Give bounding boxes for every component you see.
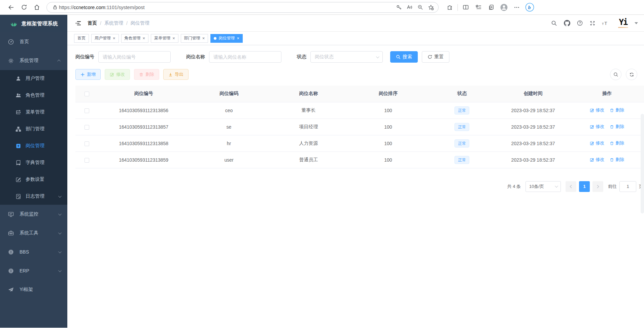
sidebar-item-yi-framework[interactable]: Yi框架 bbox=[0, 280, 67, 299]
status-badge: 正常 bbox=[454, 156, 469, 164]
export-button[interactable]: 导出 bbox=[163, 69, 189, 80]
gear-icon bbox=[7, 57, 15, 65]
password-key-icon[interactable] bbox=[393, 2, 404, 13]
search-icon[interactable] bbox=[549, 18, 559, 28]
sidebar-item-menu-management[interactable]: 菜单管理 bbox=[0, 104, 67, 121]
svg-text:b: b bbox=[528, 4, 531, 10]
tab-department-management[interactable]: 部门管理× bbox=[181, 34, 208, 43]
breadcrumb-system[interactable]: 系统管理 bbox=[104, 20, 123, 26]
row-edit-button[interactable]: 修改 bbox=[590, 157, 604, 163]
close-icon[interactable]: × bbox=[113, 36, 115, 40]
tab-role-management[interactable]: 角色管理× bbox=[121, 34, 149, 43]
url-text[interactable]: https://ccnetcore.com:1101/system/post bbox=[59, 5, 393, 10]
row-delete-button[interactable]: 删除 bbox=[610, 124, 624, 130]
sidebar: 意框架管理系统 首页 系统管理 用户管理 角色管理 bbox=[0, 15, 67, 328]
browser-settings-menu-icon[interactable] bbox=[510, 2, 523, 13]
menu-tree-icon bbox=[15, 109, 22, 116]
split-screen-icon[interactable] bbox=[459, 2, 472, 13]
row-checkbox[interactable] bbox=[84, 108, 89, 113]
browser-home-button[interactable] bbox=[30, 2, 43, 13]
top-navbar: 首页 / 系统管理 / 岗位管理 TT bbox=[67, 15, 644, 32]
collections-icon[interactable] bbox=[485, 2, 498, 13]
page-size-select[interactable]: 10条/页 bbox=[526, 181, 561, 192]
sidebar-item-erp[interactable]: ERP bbox=[0, 261, 67, 280]
sidebar-item-department-management[interactable]: 部门管理 bbox=[0, 121, 67, 137]
sidebar-item-system-management[interactable]: 系统管理 bbox=[0, 51, 67, 70]
sidebar-item-system-monitor[interactable]: 系统监控 bbox=[0, 205, 67, 224]
sidebar-item-bbs[interactable]: BBS bbox=[0, 242, 67, 261]
sidebar-item-role-management[interactable]: 角色管理 bbox=[0, 87, 67, 104]
edit-square-icon bbox=[15, 176, 22, 183]
column-post-id: 岗位编号 bbox=[98, 86, 189, 102]
browser-profile-avatar[interactable] bbox=[498, 2, 510, 13]
sidebar-item-parameter-settings[interactable]: 参数设置 bbox=[0, 171, 67, 188]
svg-text:T: T bbox=[604, 21, 607, 26]
users-icon bbox=[15, 92, 22, 99]
active-tab-dot bbox=[214, 37, 216, 40]
refresh-icon bbox=[428, 55, 432, 59]
favorites-bar-icon[interactable] bbox=[472, 2, 485, 13]
next-page-button[interactable] bbox=[592, 181, 603, 192]
add-button[interactable]: 新增 bbox=[75, 69, 101, 80]
row-checkbox[interactable] bbox=[84, 125, 89, 130]
row-edit-button[interactable]: 修改 bbox=[590, 140, 604, 146]
table-header-row: 岗位编号 岗位编码 岗位名称 岗位排序 状态 创建时间 操作 bbox=[75, 86, 644, 102]
status-select[interactable]: 岗位状态 bbox=[310, 51, 383, 63]
goto-page-input[interactable] bbox=[619, 181, 636, 192]
sidebar-item-home[interactable]: 首页 bbox=[0, 32, 67, 51]
delete-button[interactable]: 删除 bbox=[134, 69, 159, 80]
tab-user-management[interactable]: 用户管理× bbox=[91, 34, 119, 43]
read-aloud-icon[interactable] bbox=[404, 2, 415, 13]
close-icon[interactable]: × bbox=[237, 36, 239, 40]
tab-menu-management[interactable]: 菜单管理× bbox=[151, 34, 178, 43]
page-number-1[interactable]: 1 bbox=[579, 181, 590, 192]
browser-refresh-button[interactable] bbox=[18, 2, 30, 13]
fullscreen-icon[interactable] bbox=[587, 18, 598, 28]
row-delete-button[interactable]: 删除 bbox=[610, 140, 624, 146]
row-checkbox[interactable] bbox=[84, 141, 89, 146]
close-icon[interactable]: × bbox=[202, 36, 205, 40]
help-icon[interactable] bbox=[575, 18, 585, 28]
browser-back-button[interactable] bbox=[5, 2, 18, 13]
sidebar-item-dictionary-management[interactable]: 字典管理 bbox=[0, 154, 67, 171]
close-icon[interactable]: × bbox=[172, 36, 175, 40]
add-favorite-icon[interactable] bbox=[426, 2, 436, 13]
font-size-icon[interactable]: TT bbox=[600, 18, 610, 28]
select-all-checkbox[interactable] bbox=[84, 92, 89, 96]
extensions-icon[interactable] bbox=[443, 2, 456, 13]
user-icon bbox=[15, 75, 22, 82]
scrollbar-track[interactable] bbox=[641, 114, 644, 214]
edit-button[interactable]: 修改 bbox=[105, 69, 130, 80]
refresh-table-button[interactable] bbox=[626, 69, 637, 80]
sidebar-fold-icon[interactable] bbox=[73, 19, 83, 28]
sidebar-item-log-management[interactable]: 日志管理 bbox=[0, 188, 67, 205]
tab-post-management[interactable]: 岗位管理× bbox=[210, 34, 243, 43]
table-row: 1641030593112313859 user 普通员工 100 正常 202… bbox=[75, 152, 644, 168]
row-checkbox[interactable] bbox=[84, 158, 89, 163]
row-delete-button[interactable]: 删除 bbox=[610, 107, 624, 113]
row-edit-button[interactable]: 修改 bbox=[590, 124, 604, 130]
sidebar-item-user-management[interactable]: 用户管理 bbox=[0, 70, 67, 87]
log-document-icon bbox=[15, 193, 22, 200]
reset-button[interactable]: 重置 bbox=[422, 51, 449, 63]
sidebar-item-system-tools[interactable]: 系统工具 bbox=[0, 224, 67, 242]
zoom-out-icon[interactable] bbox=[415, 2, 426, 13]
user-menu-caret-icon[interactable] bbox=[635, 22, 638, 24]
breadcrumb: 首页 / 系统管理 / 岗位管理 bbox=[88, 20, 149, 26]
status-badge: 正常 bbox=[454, 106, 469, 114]
prev-page-button[interactable] bbox=[566, 181, 576, 192]
row-edit-button[interactable]: 修改 bbox=[590, 107, 604, 113]
show-search-toggle-button[interactable] bbox=[610, 69, 621, 80]
sidebar-item-post-management[interactable]: 岗位管理 bbox=[0, 137, 67, 154]
post-name-input[interactable] bbox=[209, 51, 281, 63]
bing-copilot-icon[interactable]: b bbox=[523, 2, 536, 13]
github-icon[interactable] bbox=[562, 18, 572, 28]
post-code-input[interactable] bbox=[98, 51, 171, 63]
search-button[interactable]: 搜索 bbox=[390, 51, 418, 63]
breadcrumb-home[interactable]: 首页 bbox=[88, 20, 97, 26]
close-icon[interactable]: × bbox=[143, 36, 145, 40]
row-delete-button[interactable]: 删除 bbox=[610, 157, 624, 163]
tab-home[interactable]: 首页 bbox=[74, 34, 89, 43]
address-bar[interactable]: https://ccnetcore.com:1101/system/post bbox=[46, 2, 439, 13]
user-avatar[interactable]: Yi bbox=[616, 17, 630, 30]
